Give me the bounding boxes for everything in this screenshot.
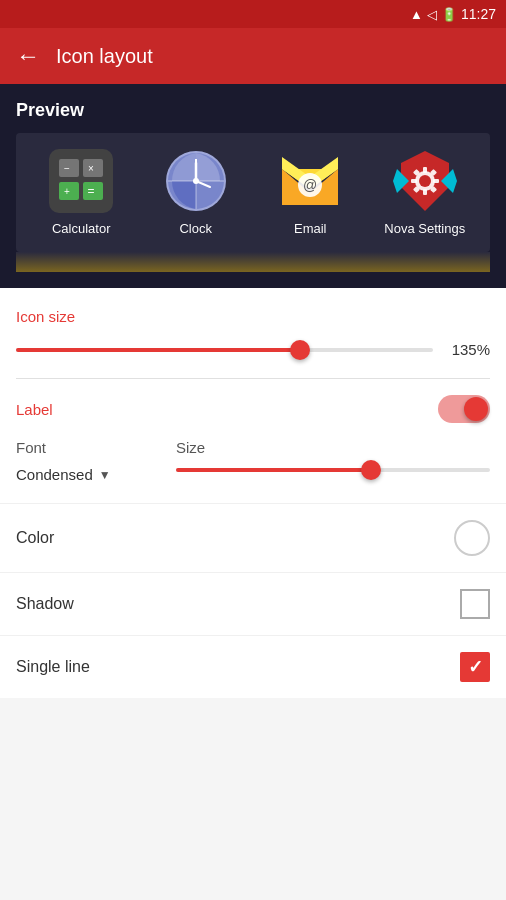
svg-rect-30 — [411, 179, 417, 183]
back-button[interactable]: ← — [16, 42, 40, 70]
signal-icon: ◁ — [427, 7, 437, 22]
email-icon: @ — [278, 149, 342, 213]
size-column: Size — [176, 439, 490, 472]
svg-point-17 — [193, 178, 199, 184]
wifi-icon: ▲ — [410, 7, 423, 22]
preview-icons-container: − × + = Calculator — [16, 133, 490, 252]
color-circle-icon[interactable] — [454, 520, 490, 556]
label-section: Label Font Condensed ▼ Size — [0, 379, 506, 503]
app-bar: ← Icon layout — [0, 28, 506, 84]
icon-size-slider-thumb[interactable] — [290, 340, 310, 360]
label-size-slider-thumb[interactable] — [361, 460, 381, 480]
svg-text:+: + — [64, 186, 70, 197]
label-toggle[interactable] — [438, 395, 490, 423]
svg-rect-29 — [423, 189, 427, 195]
svg-rect-28 — [423, 167, 427, 173]
single-line-label: Single line — [16, 658, 90, 676]
font-dropdown[interactable]: Condensed ▼ — [16, 466, 176, 483]
font-dropdown-text: Condensed — [16, 466, 93, 483]
svg-text:=: = — [88, 184, 95, 198]
icon-size-slider-fill — [16, 348, 300, 352]
single-line-row: Single line — [0, 635, 506, 698]
status-time: 11:27 — [461, 6, 496, 22]
svg-rect-0 — [49, 149, 113, 213]
label-size-slider-track[interactable] — [176, 468, 490, 472]
icon-size-slider-container: 135% — [16, 341, 490, 358]
svg-text:×: × — [88, 163, 94, 174]
nova-settings-icon — [393, 149, 457, 213]
icon-size-section: Icon size 135% — [0, 288, 506, 378]
label-header: Label — [16, 395, 490, 423]
app-icon-calculator[interactable]: − × + = Calculator — [36, 149, 126, 236]
main-content: Icon size 135% Label Font Condensed ▼ — [0, 288, 506, 698]
color-row: Color — [0, 503, 506, 572]
dropdown-arrow-icon: ▼ — [99, 468, 111, 482]
battery-icon: 🔋 — [441, 7, 457, 22]
preview-bottom-gradient — [16, 252, 490, 272]
app-icon-nova[interactable]: Nova Settings — [380, 149, 470, 236]
font-sub-label: Font — [16, 439, 176, 456]
font-size-row: Font Condensed ▼ Size — [16, 439, 490, 483]
app-icon-clock[interactable]: Clock — [151, 149, 241, 236]
icon-size-value: 135% — [445, 341, 490, 358]
font-column: Font Condensed ▼ — [16, 439, 176, 483]
shadow-row: Shadow — [0, 572, 506, 635]
shadow-square-icon[interactable] — [460, 589, 490, 619]
calculator-label: Calculator — [52, 221, 111, 236]
svg-text:−: − — [64, 163, 70, 174]
shadow-label: Shadow — [16, 595, 74, 613]
single-line-checkbox[interactable] — [460, 652, 490, 682]
label-size-slider-fill — [176, 468, 371, 472]
svg-point-27 — [419, 175, 431, 187]
email-label: Email — [294, 221, 327, 236]
nova-settings-label: Nova Settings — [384, 221, 465, 236]
status-bar: ▲ ◁ 🔋 11:27 — [0, 0, 506, 28]
label-title: Label — [16, 401, 53, 418]
size-sub-label: Size — [176, 439, 490, 456]
svg-rect-31 — [433, 179, 439, 183]
clock-label: Clock — [179, 221, 212, 236]
app-icon-email[interactable]: @ Email — [265, 149, 355, 236]
calculator-icon: − × + = — [49, 149, 113, 213]
color-label: Color — [16, 529, 54, 547]
icon-size-title: Icon size — [16, 308, 490, 325]
preview-label: Preview — [16, 100, 490, 121]
app-bar-title: Icon layout — [56, 45, 153, 68]
icon-size-slider-track[interactable] — [16, 348, 433, 352]
preview-section: Preview − × + = Calculator — [0, 84, 506, 288]
svg-text:@: @ — [303, 177, 317, 193]
toggle-knob — [464, 397, 488, 421]
status-icons: ▲ ◁ 🔋 11:27 — [410, 6, 496, 22]
clock-icon — [164, 149, 228, 213]
